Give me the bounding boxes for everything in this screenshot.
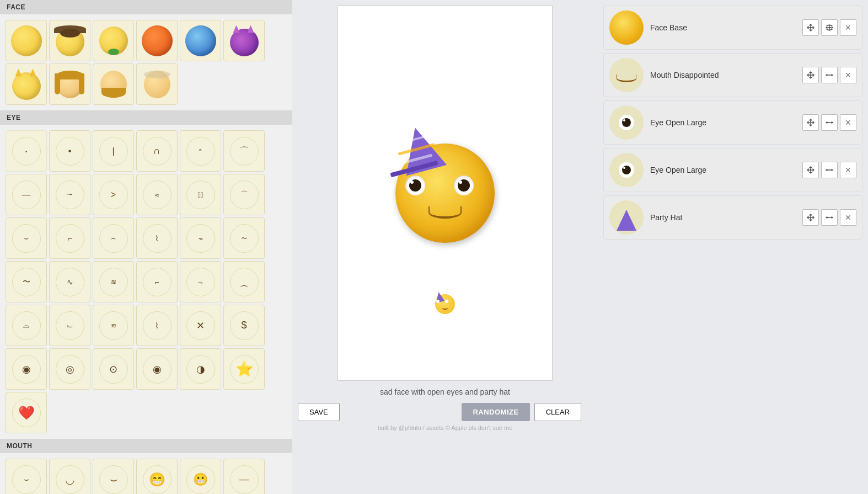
eye-item-17[interactable]: ⌁ — [180, 217, 221, 259]
eye-item-bullseye2[interactable]: ◉ — [136, 348, 178, 390]
layer-name-face-base: Face Base — [650, 23, 796, 32]
mouth-grid: ⌣ ◡ ⌣ 😁 😬 — ⌢ ⌢ ⌐ ⌙ — [0, 453, 292, 494]
eye-item-12[interactable]: ⌒ — [223, 174, 265, 215]
layer-flip-eye2[interactable] — [821, 162, 838, 178]
eye-item-19[interactable]: 〜 — [6, 261, 47, 302]
face-item-cowboy[interactable] — [49, 20, 90, 61]
eye-item-4[interactable]: ∩ — [136, 130, 178, 172]
eye-item-24[interactable]: ⁔ — [223, 261, 265, 302]
mouth-item-5[interactable]: 😬 — [180, 459, 221, 494]
eye-item-20[interactable]: ∿ — [49, 261, 90, 302]
eye-item-25[interactable]: ⌓ — [6, 305, 47, 346]
layer-flip-party-hat[interactable] — [821, 209, 838, 226]
eye-item-18[interactable]: ～ — [223, 217, 265, 259]
eye-grid: · • | ∩ ᵒ ⌒ — ~ > ≈ ⌒̃ — [0, 125, 292, 439]
layer-delete-mouth[interactable]: ✕ — [840, 67, 856, 83]
face-item-orange[interactable] — [136, 20, 178, 61]
clear-button[interactable]: CLEAR — [534, 403, 581, 421]
eye-item-10[interactable]: ≈ — [136, 174, 178, 215]
left-panel: FACE — [0, 0, 292, 494]
eye-item-circle[interactable]: ◎ — [49, 348, 90, 390]
face-section-header: FACE — [0, 0, 292, 14]
eye-item-26[interactable]: ⌙ — [49, 305, 90, 346]
mouth-item-2[interactable]: ◡ — [49, 459, 90, 494]
face-item-blue[interactable] — [180, 20, 221, 61]
eye-item-27[interactable]: ≋ — [93, 305, 134, 346]
eye-item-16[interactable]: ⌇ — [136, 217, 178, 259]
mouth-item-3[interactable]: ⌣ — [93, 459, 134, 494]
layer-controls-party-hat: ✕ — [802, 209, 856, 226]
face-item-sick[interactable] — [93, 20, 134, 61]
eye-item-23[interactable]: ﹃ — [180, 261, 221, 302]
face-item-yellow[interactable] — [6, 20, 47, 61]
eye-item-6[interactable]: ⌒ — [223, 130, 265, 172]
mouth-item-4[interactable]: 😁 — [136, 459, 178, 494]
save-button[interactable]: SAVE — [298, 403, 340, 421]
eye-item-heart[interactable]: ❤️ — [6, 392, 47, 433]
layer-name-eye2: Eye Open Large — [650, 166, 796, 174]
eye-item-8[interactable]: ~ — [49, 174, 90, 215]
center-panel: sad face with open eyes and party hat SA… — [292, 0, 598, 494]
eye-item-bullseye1[interactable]: ◉ — [6, 348, 47, 390]
mouth-section-header: MOUTH — [0, 439, 292, 453]
eye-item-15[interactable]: ⌢ — [93, 217, 134, 259]
layer-controls-mouth: ✕ — [802, 67, 856, 83]
eye-item-5[interactable]: ᵒ — [180, 130, 221, 172]
layer-preview-party-hat — [609, 200, 644, 235]
layer-move-party-hat[interactable] — [802, 209, 819, 226]
eye-section-header: EYE — [0, 110, 292, 125]
main-emoji-display — [390, 132, 500, 243]
layer-move-mouth[interactable] — [802, 67, 819, 83]
face-item-old[interactable] — [136, 63, 178, 105]
face-item-cat[interactable] — [6, 63, 47, 105]
eye-item-7[interactable]: — — [6, 174, 47, 215]
eye-item-28[interactable]: ⌇ — [136, 305, 178, 346]
eye-item-star[interactable]: ⭐ — [223, 348, 265, 390]
eye-item-1[interactable]: · — [6, 130, 47, 172]
layer-delete-face-base[interactable]: ✕ — [840, 19, 856, 36]
layer-move-eye2[interactable] — [802, 162, 819, 178]
layer-delete-eye2[interactable]: ✕ — [840, 162, 856, 178]
eye-item-14[interactable]: ⌐ — [49, 217, 90, 259]
eye-item-half[interactable]: ◑ — [180, 348, 221, 390]
layer-move-eye1[interactable] — [802, 114, 819, 131]
layer-preview-face-base — [609, 10, 644, 45]
right-panel: Face Base ✕ Mouth Disappointed — [598, 0, 868, 494]
mouth-item-1[interactable]: ⌣ — [6, 459, 47, 494]
layer-delete-party-hat[interactable]: ✕ — [840, 209, 856, 226]
layer-controls-face-base: ✕ — [802, 19, 856, 36]
layer-flip-mouth[interactable] — [821, 67, 838, 83]
layer-move-face-base[interactable] — [802, 19, 819, 36]
layer-preview-mouth — [609, 58, 644, 92]
layer-item-face-base: Face Base ✕ — [603, 6, 862, 50]
eye-item-21[interactable]: ≋ — [93, 261, 134, 302]
eye-item-11[interactable]: ⌒̃ — [180, 174, 221, 215]
bottom-actions: SAVE RANDOMIZE CLEAR — [298, 403, 592, 421]
layer-delete-eye1[interactable]: ✕ — [840, 114, 856, 131]
layer-controls-eye2: ✕ — [802, 162, 856, 178]
layer-flip-eye1[interactable] — [821, 114, 838, 131]
layer-name-party-hat: Party Hat — [650, 213, 796, 222]
layer-flip-face-base[interactable] — [821, 19, 838, 36]
layer-name-mouth: Mouth Disappointed — [650, 71, 796, 79]
face-item-purple-cat[interactable] — [223, 20, 265, 61]
layer-preview-eye2 — [609, 153, 644, 187]
mini-preview-emoji — [434, 292, 456, 314]
face-grid — [0, 14, 292, 110]
eye-item-13[interactable]: ⌣ — [6, 217, 47, 259]
eye-item-2[interactable]: • — [49, 130, 90, 172]
eye-item-9[interactable]: > — [93, 174, 134, 215]
layer-item-party-hat: Party Hat ✕ — [603, 195, 862, 240]
randomize-button[interactable]: RANDOMIZE — [462, 403, 529, 421]
layer-preview-eye1 — [609, 105, 644, 140]
face-item-long-hair[interactable] — [49, 63, 90, 105]
face-item-beard[interactable] — [93, 63, 134, 105]
eye-item-x[interactable]: ✕ — [180, 305, 221, 346]
eye-item-dollar[interactable]: $ — [223, 305, 265, 346]
eye-item-22[interactable]: ⌐ — [136, 261, 178, 302]
layer-item-eye1: Eye Open Large ✕ — [603, 100, 862, 145]
mouth-item-6[interactable]: — — [223, 459, 265, 494]
eye-item-3[interactable]: | — [93, 130, 134, 172]
eye-item-ring[interactable]: ⊙ — [93, 348, 134, 390]
layer-controls-eye1: ✕ — [802, 114, 856, 131]
